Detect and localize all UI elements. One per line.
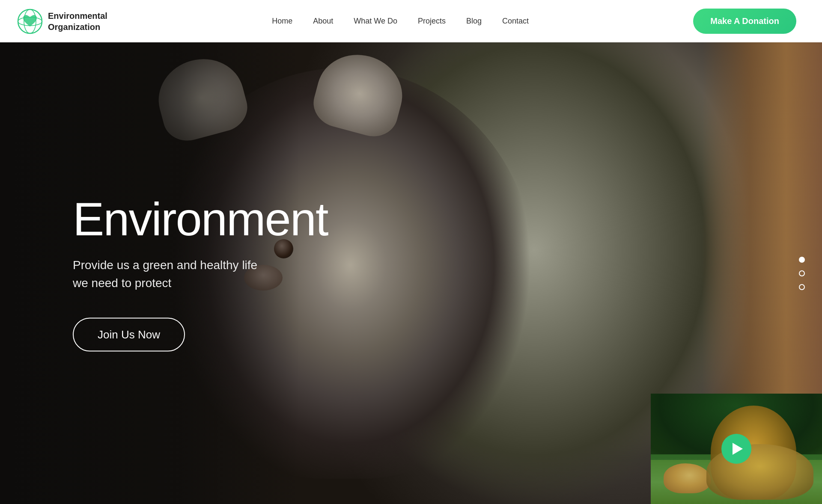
header: Environmental Organization Home About Wh… <box>0 0 822 42</box>
donate-button[interactable]: Make A Donation <box>693 9 796 34</box>
slider-dots <box>799 257 805 290</box>
play-icon <box>733 443 743 455</box>
nav-what-we-do[interactable]: What We Do <box>354 17 397 26</box>
slider-dot-1[interactable] <box>799 257 805 263</box>
hero-section: Environment Provide us a green and healt… <box>0 42 822 504</box>
nav-projects[interactable]: Projects <box>418 17 446 26</box>
logo-icon <box>17 9 43 34</box>
hero-title: Environment <box>73 195 328 242</box>
play-button[interactable] <box>721 434 751 464</box>
logo-text: Environmental Organization <box>48 10 107 33</box>
nav-blog[interactable]: Blog <box>466 17 482 26</box>
join-button[interactable]: Join Us Now <box>73 317 185 351</box>
hero-subtitle: Provide us a green and healthy life we n… <box>73 256 328 292</box>
slider-dot-2[interactable] <box>799 270 805 276</box>
slider-dot-3[interactable] <box>799 284 805 290</box>
logo[interactable]: Environmental Organization <box>17 9 107 34</box>
nav-home[interactable]: Home <box>272 17 292 26</box>
nav-about[interactable]: About <box>313 17 333 26</box>
main-nav: Home About What We Do Projects Blog Cont… <box>272 17 529 26</box>
video-thumbnail[interactable] <box>651 394 822 504</box>
hero-content: Environment Provide us a green and healt… <box>73 195 328 351</box>
nav-contact[interactable]: Contact <box>502 17 529 26</box>
